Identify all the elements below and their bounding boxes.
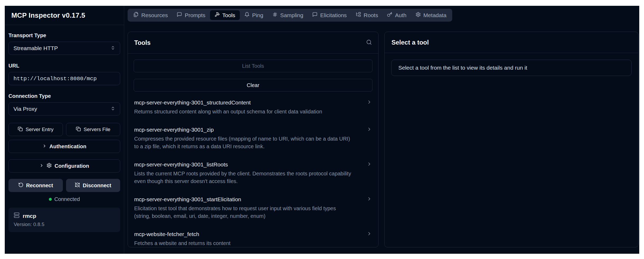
configuration-label: Configuration <box>54 163 89 169</box>
chevron-right-icon <box>42 143 47 150</box>
tool-list-item[interactable]: mcp-server-everything-3001_startElicitat… <box>134 196 372 220</box>
tool-list-item[interactable]: mcp-server-everything-3001_zip Compresse… <box>134 127 372 150</box>
authentication-label: Authentication <box>49 143 86 150</box>
empty-state-message: Select a tool from the list to view its … <box>391 60 632 76</box>
list-tools-button[interactable]: List Tools <box>134 60 372 72</box>
transport-type-value: Streamable HTTP <box>13 45 58 51</box>
app-title: MCP Inspector v0.17.5 <box>11 11 85 20</box>
chevrons-up-down-icon <box>111 45 115 51</box>
server-info-card: rmcp Version: 0.8.5 <box>8 208 120 232</box>
tool-list-item[interactable]: mcp-server-everything-3001_listRoots Lis… <box>134 161 372 185</box>
tool-name: mcp-server-everything-3001_zip <box>134 127 214 133</box>
transport-type-label: Transport Type <box>8 32 120 39</box>
tool-list-item[interactable]: mcp-server-everything-3001_structuredCon… <box>134 99 372 116</box>
tool-name: mcp-server-everything-3001_startElicitat… <box>134 196 241 203</box>
copy-icon <box>76 126 81 133</box>
connection-type-label: Connection Type <box>8 93 120 99</box>
url-label: URL <box>8 63 120 69</box>
chevron-right-icon <box>367 196 372 203</box>
server-version: Version: 0.8.5 <box>14 222 115 227</box>
tab-label: Resources <box>141 12 168 18</box>
tab-label: Roots <box>364 12 378 18</box>
chevrons-up-down-icon <box>111 106 115 112</box>
key-icon <box>387 12 392 18</box>
tool-description: Lists the current MCP roots provided by … <box>134 170 372 185</box>
server-entry-button[interactable]: Server Entry <box>8 123 63 136</box>
tab-label: Auth <box>395 12 406 18</box>
server-icon <box>14 212 20 219</box>
bell-icon <box>244 12 250 18</box>
copy-icon <box>18 126 23 133</box>
tool-description: Compresses the provided resource files (… <box>134 135 372 150</box>
tab-label: Tools <box>222 12 235 18</box>
sidebar-header: MCP Inspector v0.17.5 <box>5 6 124 25</box>
chevron-right-icon <box>39 163 44 169</box>
tab-prompts[interactable]: Prompts <box>172 9 210 22</box>
tab-sampling[interactable]: Sampling <box>268 9 308 22</box>
tab-bar: Resources Prompts Tools Ping Sampling El… <box>128 9 452 22</box>
tools-panel: Tools List Tools Clear mcp-server-everyt… <box>128 32 379 247</box>
gear-icon <box>46 163 52 169</box>
servers-file-label: Servers File <box>84 127 110 132</box>
tool-description: Fetches a website and returns its conten… <box>134 239 372 247</box>
tool-list-item[interactable]: mcp-website-fetcher_fetch Fetches a webs… <box>134 231 372 247</box>
disconnect-button[interactable]: Disconnect <box>66 179 120 192</box>
connection-status: Connected <box>8 196 120 202</box>
disconnect-label: Disconnect <box>83 183 111 189</box>
hash-icon <box>272 12 278 18</box>
message-square-icon <box>177 12 182 18</box>
message-square-icon <box>312 12 318 18</box>
rotate-ccw-icon <box>18 182 24 189</box>
chevron-right-icon <box>367 99 372 106</box>
reconnect-label: Reconnect <box>26 183 53 189</box>
tab-tools[interactable]: Tools <box>210 10 240 20</box>
tab-auth[interactable]: Auth <box>382 9 411 22</box>
clear-button[interactable]: Clear <box>134 79 372 92</box>
tool-name: mcp-server-everything-3001_listRoots <box>134 161 228 168</box>
tab-resources[interactable]: Resources <box>129 9 172 22</box>
gear-icon <box>416 12 421 18</box>
connection-type-value: Via Proxy <box>13 106 37 112</box>
configuration-toggle[interactable]: Configuration <box>8 159 120 172</box>
connection-type-select[interactable]: Via Proxy <box>8 102 120 116</box>
tab-metadata[interactable]: Metadata <box>411 9 451 22</box>
connected-dot-icon <box>49 198 52 201</box>
tool-name: mcp-website-fetcher_fetch <box>134 231 199 237</box>
chevron-right-icon <box>367 231 372 237</box>
tool-detail-panel: Select a tool Select a tool from the lis… <box>384 32 638 247</box>
unplug-icon <box>75 182 80 189</box>
app-window: MCP Inspector v0.17.5 Transport Type Str… <box>5 6 639 254</box>
chevron-right-icon <box>367 127 372 133</box>
search-icon[interactable] <box>366 39 372 46</box>
sidebar: MCP Inspector v0.17.5 Transport Type Str… <box>5 6 124 254</box>
main-area: Resources Prompts Tools Ping Sampling El… <box>124 6 639 254</box>
tool-name: mcp-server-everything-3001_structuredCon… <box>134 99 251 106</box>
transport-type-select[interactable]: Streamable HTTP <box>8 42 120 55</box>
connection-status-label: Connected <box>54 196 80 202</box>
url-input[interactable] <box>8 72 120 85</box>
tab-label: Elicitations <box>320 12 347 18</box>
servers-file-button[interactable]: Servers File <box>66 123 120 136</box>
tool-description: Returns structured content along with an… <box>134 108 372 116</box>
authentication-toggle[interactable]: Authentication <box>8 140 120 153</box>
tab-label: Sampling <box>280 12 304 18</box>
detail-panel-title: Select a tool <box>391 39 429 46</box>
tools-panel-title: Tools <box>134 39 151 46</box>
tab-label: Ping <box>252 12 263 18</box>
tab-ping[interactable]: Ping <box>240 9 268 22</box>
hammer-icon <box>214 12 220 18</box>
server-entry-label: Server Entry <box>26 127 54 132</box>
tab-roots[interactable]: Roots <box>351 9 383 22</box>
reconnect-button[interactable]: Reconnect <box>8 179 63 192</box>
tab-elicitations[interactable]: Elicitations <box>308 9 351 22</box>
files-icon <box>133 12 139 18</box>
tab-label: Prompts <box>185 12 205 18</box>
server-name: rmcp <box>23 213 36 219</box>
tool-list: mcp-server-everything-3001_structuredCon… <box>134 99 372 247</box>
tab-label: Metadata <box>423 12 447 18</box>
folder-tree-icon <box>356 12 361 18</box>
chevron-right-icon <box>367 161 372 168</box>
tool-description: Elicitation test tool that demonstrates … <box>134 205 372 220</box>
